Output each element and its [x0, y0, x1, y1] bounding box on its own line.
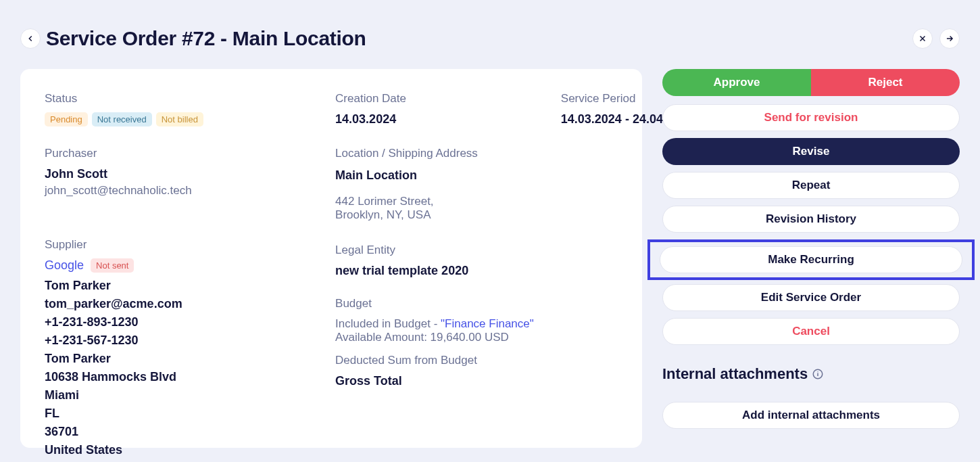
legal-entity-label: Legal Entity [335, 244, 534, 257]
actions-sidebar: Approve Reject Send for revision Revise … [662, 69, 960, 448]
purchaser-name: John Scott [45, 167, 308, 181]
edit-service-order-button[interactable]: Edit Service Order [662, 284, 960, 311]
status-label: Status [45, 92, 308, 106]
forward-button[interactable] [939, 28, 960, 49]
location-label: Location / Shipping Address [335, 145, 534, 162]
close-icon [918, 34, 927, 43]
deducted-value: Gross Total [335, 374, 534, 388]
status-badge: Not billed [156, 112, 203, 126]
arrow-left-icon [26, 34, 35, 43]
location-line2: Brooklyn, NY, USA [335, 208, 534, 222]
supplier-status-badge: Not sent [91, 258, 134, 273]
supplier-label: Supplier [45, 238, 308, 252]
reject-button[interactable]: Reject [811, 69, 960, 96]
approve-button[interactable]: Approve [662, 69, 811, 96]
supplier-details: Tom Parker tom_parker@acme.com +1-231-89… [45, 277, 308, 459]
purchaser-email: john_scott@technaholic.tech [45, 184, 308, 198]
budget-link[interactable]: "Finance Finance" [441, 317, 534, 330]
location-name: Main Location [335, 168, 534, 183]
attachments-heading: Internal attachments [662, 365, 960, 383]
revise-button[interactable]: Revise [662, 138, 960, 165]
location-line1: 442 Lorimer Street, [335, 195, 534, 208]
deducted-label: Deducted Sum from Budget [335, 354, 534, 367]
status-badge: Not received [92, 112, 152, 126]
add-internal-attachments-button[interactable]: Add internal attachments [662, 402, 960, 429]
back-button[interactable] [20, 28, 41, 49]
budget-included: Included in Budget - "Finance Finance" [335, 317, 534, 331]
budget-available: Available Amount: 19,640.00 USD [335, 331, 534, 344]
send-for-revision-button[interactable]: Send for revision [662, 104, 960, 131]
make-recurring-button[interactable]: Make Recurring [660, 246, 962, 273]
creation-date-label: Creation Date [335, 92, 534, 106]
creation-date-value: 14.03.2024 [335, 112, 534, 126]
revision-history-button[interactable]: Revision History [662, 206, 960, 233]
purchaser-label: Purchaser [45, 147, 308, 160]
budget-label: Budget [335, 297, 534, 310]
svg-point-2 [818, 371, 818, 372]
supplier-link[interactable]: Google [45, 258, 84, 273]
repeat-button[interactable]: Repeat [662, 172, 960, 199]
status-badge: Pending [45, 112, 88, 126]
highlighted-action: Make Recurring [647, 239, 975, 280]
legal-entity-value: new trial template 2020 [335, 264, 534, 278]
cancel-button[interactable]: Cancel [662, 318, 960, 345]
arrow-right-icon [945, 34, 954, 43]
page-title: Service Order #72 - Main Location [46, 27, 366, 50]
close-button[interactable] [912, 28, 933, 49]
details-card: Status Pending Not received Not billed P… [20, 69, 642, 448]
info-icon [812, 368, 824, 380]
